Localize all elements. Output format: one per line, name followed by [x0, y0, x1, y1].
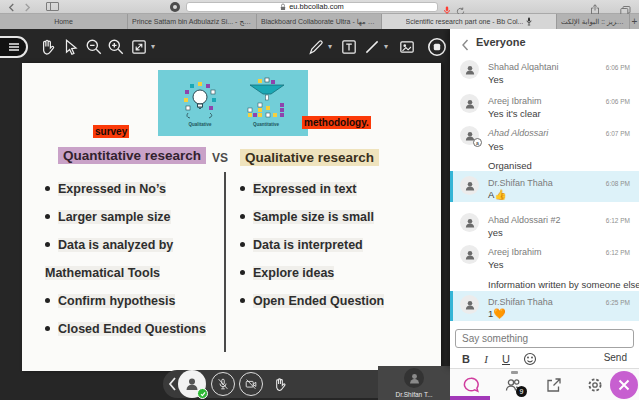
avatar	[460, 245, 479, 264]
raise-hand-button[interactable]	[267, 372, 291, 396]
message-author: Ahad Aldossari #2	[488, 215, 561, 225]
message-time: 6:06 PM	[606, 64, 630, 71]
chat-message-input[interactable]	[455, 329, 634, 348]
reload-icon[interactable]	[456, 2, 465, 11]
camera-muted-button[interactable]	[239, 372, 263, 396]
italic-button[interactable]: I	[478, 351, 494, 367]
line-caret-icon[interactable]: ▾	[384, 42, 388, 51]
fit-view-icon[interactable]	[130, 38, 148, 56]
presenter-video-thumbnail[interactable]: Dr.Shifan T...	[378, 366, 450, 400]
tab-overview-icon[interactable]	[620, 2, 631, 12]
presenter-avatar	[404, 368, 424, 388]
browser-toolbar: eu.bbcollab.com	[0, 0, 639, 14]
chat-back-icon[interactable]	[461, 37, 469, 49]
message-author: Dr.Shifan Thaha	[488, 297, 553, 307]
tab-scientific-research-active[interactable]: Scientific research part one - Bb Col...	[382, 14, 557, 29]
whiteboard-slide: Qualitative Quantitative survey meth	[22, 63, 441, 371]
avatar	[460, 176, 479, 195]
qualitative-bullets: Expressed in text Sample size is small D…	[240, 175, 400, 315]
integration-badge: a	[473, 138, 482, 147]
zoom-in-icon[interactable]	[107, 38, 125, 56]
message-text: 1🧡	[488, 308, 506, 319]
sidebar-icon[interactable]	[46, 2, 59, 11]
vs-label: VS	[212, 151, 228, 165]
extension-icon[interactable]	[170, 2, 180, 12]
tab-portal[interactable]: جامعة الأمير سطام بن عبدالعزيز :: البواب…	[557, 14, 630, 29]
record-stop-button[interactable]	[427, 37, 447, 57]
message-text: Yes	[488, 74, 504, 85]
message-text: Yes	[488, 141, 504, 152]
presenter-name: Dr.Shifan T...	[378, 391, 450, 398]
message-text: Yes	[488, 259, 504, 270]
presence-check-icon	[197, 388, 208, 399]
settings-tab-icon[interactable]	[586, 376, 604, 394]
chat-tab-icon[interactable]	[462, 376, 480, 394]
previous-slide-icon[interactable]	[167, 376, 177, 392]
line-tool-icon[interactable]	[363, 38, 381, 56]
avatar: a	[460, 126, 479, 145]
svg-text:Qualitative: Qualitative	[188, 122, 212, 127]
qualitative-lightbulb-graphic: Qualitative	[174, 77, 226, 129]
shapes-tool-icon[interactable]	[398, 38, 416, 56]
pointer-tool-icon[interactable]	[62, 38, 80, 56]
svg-text:Quantitative: Quantitative	[253, 122, 280, 127]
media-control-bar	[163, 370, 403, 398]
text-tool-icon[interactable]	[340, 38, 358, 56]
session-menu-button[interactable]	[0, 36, 28, 58]
quantitative-bullets: Expressed in No’s Larger sample size Dat…	[45, 175, 207, 343]
avatar	[460, 60, 479, 79]
message-author: Dr.Shifan Thaha	[488, 178, 553, 188]
share-content-tab-icon[interactable]	[545, 376, 563, 394]
chat-channel-title: Everyone	[476, 36, 526, 48]
avatar	[460, 94, 479, 113]
message-time: 6:12 PM	[606, 217, 630, 224]
chat-header: Everyone	[450, 29, 639, 56]
active-tab-underline	[450, 396, 490, 400]
tab-psau[interactable]: Prince Sattam bin Adbulaziz Si... - خروج…	[128, 14, 257, 29]
url-text: eu.bbcollab.com	[289, 2, 344, 12]
message-text: A👍	[488, 189, 507, 200]
avatar	[460, 213, 479, 232]
emoji-picker-icon[interactable]	[523, 352, 537, 366]
address-bar[interactable]: eu.bbcollab.com	[186, 2, 438, 12]
message-author: Shahad Alqahtani	[488, 62, 559, 72]
fit-view-caret-icon[interactable]: ▾	[151, 42, 155, 51]
mic-muted-button[interactable]	[211, 372, 235, 396]
message-author: Areej Ibrahim	[488, 96, 542, 106]
forward-button[interactable]	[20, 1, 34, 13]
avatar	[460, 295, 479, 314]
annotation-methodology: methodology.	[302, 116, 371, 129]
collab-panel-tabs: 9	[450, 368, 639, 400]
message-text: Information written by someone else	[488, 279, 639, 290]
stage: ▾ ▾ ▾	[0, 29, 450, 400]
pen-caret-icon[interactable]: ▾	[328, 42, 332, 51]
tab-audio-icon	[526, 17, 532, 26]
bold-button[interactable]: B	[458, 351, 474, 367]
my-avatar[interactable]	[178, 370, 206, 398]
thumbs-up-emoji: 👍	[494, 189, 506, 200]
research-types-illustration: Qualitative Quantitative	[158, 70, 308, 136]
message-text: Organised	[488, 160, 532, 171]
tab-collaborate[interactable]: Blackboard Collaborate Ultra - عملي - مه…	[257, 14, 382, 29]
browser-share-icon[interactable]	[590, 1, 600, 12]
tab-home[interactable]: Home	[0, 14, 128, 29]
send-button[interactable]: Send	[604, 352, 627, 363]
mic-active-icon[interactable]	[443, 2, 451, 12]
qualitative-title: Qualitative research	[240, 149, 379, 166]
new-tab-button[interactable]: +	[630, 14, 639, 29]
pen-tool-icon[interactable]	[307, 38, 325, 56]
back-button[interactable]	[4, 1, 18, 13]
attendee-count-badge: 9	[516, 386, 527, 397]
underline-button[interactable]: U	[498, 351, 514, 367]
message-time: 6:12 PM	[606, 249, 630, 256]
hand-tool-icon[interactable]	[38, 38, 56, 56]
column-divider	[224, 172, 226, 352]
message-author: Areej Ibrahim	[488, 247, 542, 257]
message-author: Ahad Aldossari	[488, 128, 548, 138]
close-panel-button[interactable]	[610, 371, 638, 399]
tab-bar: Home Prince Sattam bin Adbulaziz Si... -…	[0, 14, 639, 29]
zoom-out-icon[interactable]	[85, 38, 103, 56]
lock-icon	[280, 3, 286, 11]
message-text: Yes it's clear	[488, 108, 541, 119]
quantitative-funnel-graphic: Quantitative	[240, 77, 292, 129]
